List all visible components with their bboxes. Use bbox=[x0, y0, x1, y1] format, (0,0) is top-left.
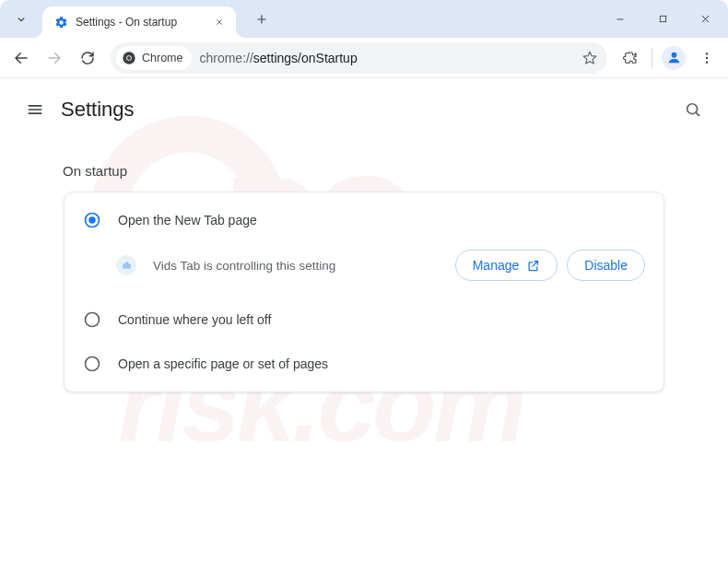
divider bbox=[652, 48, 652, 68]
window-maximize-button[interactable] bbox=[641, 4, 684, 35]
extensions-button[interactable] bbox=[615, 42, 646, 74]
browser-toolbar: Chrome chrome://settings/onStartup bbox=[0, 38, 728, 78]
plus-icon bbox=[255, 13, 268, 26]
on-startup-card: Open the New Tab page Vids Tab is contro… bbox=[64, 192, 664, 392]
chevron-down-icon bbox=[15, 13, 28, 26]
radio-selected-icon bbox=[83, 211, 101, 229]
settings-appbar: Settings bbox=[0, 78, 728, 137]
tab-title: Settings - On startup bbox=[76, 16, 212, 29]
person-icon bbox=[666, 50, 682, 65]
disable-label: Disable bbox=[584, 258, 628, 273]
option-label: Open the New Tab page bbox=[118, 213, 257, 227]
url-text: chrome://settings/onStartup bbox=[199, 51, 357, 65]
svg-rect-4 bbox=[660, 16, 665, 21]
svg-point-14 bbox=[88, 216, 96, 224]
extension-control-row: Vids Tab is controlling this setting Man… bbox=[65, 242, 663, 297]
option-open-new-tab[interactable]: Open the New Tab page bbox=[65, 198, 663, 242]
address-bar[interactable]: Chrome chrome://settings/onStartup bbox=[111, 42, 607, 74]
puzzle-icon bbox=[622, 50, 639, 66]
arrow-left-icon bbox=[13, 50, 29, 66]
chrome-icon bbox=[122, 51, 136, 65]
site-chip-label: Chrome bbox=[142, 52, 182, 64]
nav-forward-button[interactable] bbox=[39, 42, 70, 74]
nav-back-button[interactable] bbox=[6, 42, 37, 74]
window-titlebar: Settings - On startup bbox=[0, 0, 728, 38]
svg-point-9 bbox=[706, 52, 708, 54]
hamburger-icon bbox=[26, 100, 44, 119]
reload-icon bbox=[79, 50, 96, 66]
radio-unselected-icon bbox=[83, 310, 101, 329]
settings-page: Settings On startup Open the New Tab pag… bbox=[0, 78, 728, 392]
arrow-right-icon bbox=[46, 50, 63, 66]
close-icon bbox=[699, 13, 711, 25]
svg-point-8 bbox=[671, 52, 676, 58]
option-label: Open a specific page or set of pages bbox=[118, 356, 328, 371]
profile-button[interactable] bbox=[662, 46, 686, 70]
window-minimize-button[interactable] bbox=[599, 4, 641, 35]
close-icon bbox=[215, 17, 224, 27]
svg-rect-16 bbox=[124, 262, 127, 264]
tab-close-button[interactable] bbox=[212, 15, 227, 29]
kebab-icon bbox=[699, 51, 714, 65]
open-external-icon bbox=[526, 259, 540, 273]
extension-control-label: Vids Tab is controlling this setting bbox=[153, 259, 335, 273]
minimize-icon bbox=[615, 14, 626, 25]
settings-menu-button[interactable] bbox=[24, 99, 46, 121]
bookmark-button[interactable] bbox=[581, 50, 598, 66]
disable-button[interactable]: Disable bbox=[567, 250, 645, 281]
svg-point-18 bbox=[86, 357, 100, 371]
star-icon bbox=[581, 50, 598, 66]
option-continue[interactable]: Continue where you left off bbox=[65, 297, 663, 342]
maximize-icon bbox=[658, 14, 668, 24]
svg-rect-15 bbox=[123, 263, 131, 268]
chrome-menu-button[interactable] bbox=[691, 42, 722, 74]
browser-tab-active[interactable]: Settings - On startup bbox=[42, 6, 236, 38]
section-title: On startup bbox=[0, 137, 728, 192]
manage-label: Manage bbox=[473, 258, 520, 273]
option-specific-pages[interactable]: Open a specific page or set of pages bbox=[65, 342, 663, 386]
svg-point-17 bbox=[86, 313, 100, 327]
option-label: Continue where you left off bbox=[118, 312, 271, 327]
extension-icon bbox=[116, 255, 136, 275]
nav-reload-button[interactable] bbox=[72, 42, 103, 74]
settings-search-button[interactable] bbox=[676, 93, 710, 126]
site-chip[interactable]: Chrome bbox=[116, 46, 192, 70]
page-title: Settings bbox=[61, 98, 676, 122]
svg-point-10 bbox=[706, 56, 708, 58]
window-close-button[interactable] bbox=[684, 4, 726, 35]
new-tab-button[interactable] bbox=[249, 6, 275, 32]
tab-search-dropdown[interactable] bbox=[6, 4, 37, 35]
settings-gear-icon bbox=[53, 15, 68, 29]
svg-point-7 bbox=[127, 56, 131, 60]
svg-point-11 bbox=[706, 61, 708, 63]
search-icon bbox=[684, 100, 702, 119]
manage-button[interactable]: Manage bbox=[455, 250, 558, 281]
radio-unselected-icon bbox=[83, 355, 101, 373]
